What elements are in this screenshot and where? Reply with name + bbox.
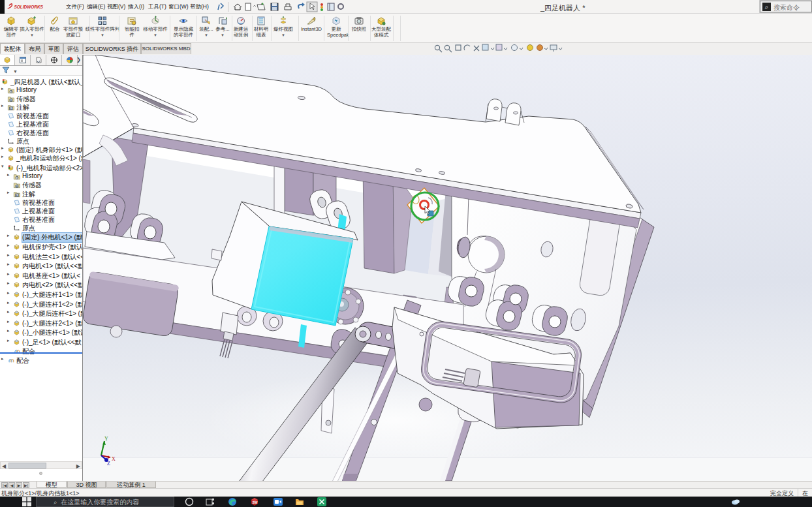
svg-text:SOLIDWORKS: SOLIDWORKS (14, 5, 43, 9)
svg-text:A: A (10, 107, 12, 110)
svg-text:X: X (112, 456, 116, 462)
svg-text:Z: Z (107, 461, 110, 467)
svg-text:SW: SW (253, 500, 258, 504)
svg-text:Y: Y (104, 436, 108, 442)
svg-text:A: A (16, 194, 18, 197)
